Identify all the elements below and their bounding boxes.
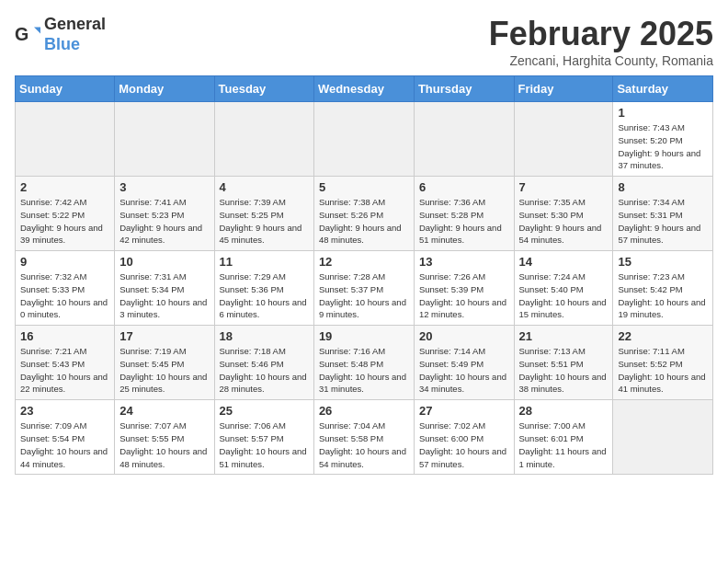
day-number: 26 <box>319 404 409 418</box>
day-info: Sunrise: 7:19 AM Sunset: 5:45 PM Dayligh… <box>119 346 207 394</box>
calendar-cell: 10Sunrise: 7:31 AM Sunset: 5:34 PM Dayli… <box>115 251 214 326</box>
day-number: 28 <box>519 404 609 418</box>
calendar-week-2: 2Sunrise: 7:42 AM Sunset: 5:22 PM Daylig… <box>16 177 713 251</box>
calendar-cell <box>414 102 514 177</box>
calendar-cell <box>115 102 214 177</box>
calendar-cell: 24Sunrise: 7:07 AM Sunset: 5:55 PM Dayli… <box>115 400 214 475</box>
calendar-header-row: SundayMondayTuesdayWednesdayThursdayFrid… <box>16 76 713 102</box>
day-number: 22 <box>618 329 708 343</box>
day-info: Sunrise: 7:16 AM Sunset: 5:48 PM Dayligh… <box>319 346 406 394</box>
calendar-cell <box>313 102 414 177</box>
day-info: Sunrise: 7:35 AM Sunset: 5:30 PM Dayligh… <box>519 197 602 245</box>
day-info: Sunrise: 7:11 AM Sunset: 5:52 PM Dayligh… <box>618 346 705 394</box>
calendar-cell <box>214 102 313 177</box>
location-subtitle: Zencani, Harghita County, Romania <box>489 53 713 68</box>
day-info: Sunrise: 7:26 AM Sunset: 5:39 PM Dayligh… <box>419 271 506 319</box>
logo-text: General Blue <box>44 15 106 54</box>
calendar-cell: 23Sunrise: 7:09 AM Sunset: 5:54 PM Dayli… <box>16 400 115 475</box>
day-info: Sunrise: 7:21 AM Sunset: 5:43 PM Dayligh… <box>20 346 108 394</box>
day-info: Sunrise: 7:04 AM Sunset: 5:58 PM Dayligh… <box>319 420 406 468</box>
day-number: 25 <box>220 404 309 418</box>
day-number: 10 <box>119 255 209 269</box>
calendar-week-5: 23Sunrise: 7:09 AM Sunset: 5:54 PM Dayli… <box>16 400 713 475</box>
calendar-cell: 19Sunrise: 7:16 AM Sunset: 5:48 PM Dayli… <box>313 326 414 400</box>
day-number: 23 <box>20 404 109 418</box>
calendar-cell: 16Sunrise: 7:21 AM Sunset: 5:43 PM Dayli… <box>16 326 115 400</box>
day-header-wednesday: Wednesday <box>313 76 414 102</box>
day-number: 5 <box>319 180 409 194</box>
calendar-cell: 6Sunrise: 7:36 AM Sunset: 5:28 PM Daylig… <box>414 177 514 251</box>
day-info: Sunrise: 7:31 AM Sunset: 5:34 PM Dayligh… <box>119 271 207 319</box>
calendar-cell: 9Sunrise: 7:32 AM Sunset: 5:33 PM Daylig… <box>16 251 115 326</box>
page-header: G General Blue February 2025 Zencani, Ha… <box>15 15 713 68</box>
day-header-sunday: Sunday <box>16 76 115 102</box>
calendar-cell: 11Sunrise: 7:29 AM Sunset: 5:36 PM Dayli… <box>214 251 313 326</box>
calendar-cell: 28Sunrise: 7:00 AM Sunset: 6:01 PM Dayli… <box>514 400 613 475</box>
day-header-friday: Friday <box>514 76 613 102</box>
calendar-cell: 13Sunrise: 7:26 AM Sunset: 5:39 PM Dayli… <box>414 251 514 326</box>
logo-icon: G <box>15 22 40 48</box>
day-number: 20 <box>419 329 509 343</box>
day-info: Sunrise: 7:00 AM Sunset: 6:01 PM Dayligh… <box>519 420 607 468</box>
day-header-tuesday: Tuesday <box>214 76 313 102</box>
day-number: 17 <box>119 329 209 343</box>
calendar-cell: 14Sunrise: 7:24 AM Sunset: 5:40 PM Dayli… <box>514 251 613 326</box>
calendar-cell: 12Sunrise: 7:28 AM Sunset: 5:37 PM Dayli… <box>313 251 414 326</box>
day-number: 9 <box>20 255 109 269</box>
calendar-cell <box>613 400 713 475</box>
logo: G General Blue <box>15 15 106 54</box>
calendar-cell: 17Sunrise: 7:19 AM Sunset: 5:45 PM Dayli… <box>115 326 214 400</box>
day-info: Sunrise: 7:38 AM Sunset: 5:26 PM Dayligh… <box>319 197 402 245</box>
title-block: February 2025 Zencani, Harghita County, … <box>489 15 713 68</box>
svg-text:G: G <box>15 23 28 43</box>
day-info: Sunrise: 7:24 AM Sunset: 5:40 PM Dayligh… <box>519 271 607 319</box>
calendar-cell: 18Sunrise: 7:18 AM Sunset: 5:46 PM Dayli… <box>214 326 313 400</box>
calendar-cell: 20Sunrise: 7:14 AM Sunset: 5:49 PM Dayli… <box>414 326 514 400</box>
calendar-table: SundayMondayTuesdayWednesdayThursdayFrid… <box>15 75 713 475</box>
day-info: Sunrise: 7:41 AM Sunset: 5:23 PM Dayligh… <box>119 197 202 245</box>
day-number: 24 <box>119 404 209 418</box>
day-info: Sunrise: 7:14 AM Sunset: 5:49 PM Dayligh… <box>419 346 506 394</box>
calendar-week-1: 1Sunrise: 7:43 AM Sunset: 5:20 PM Daylig… <box>16 102 713 177</box>
calendar-cell: 26Sunrise: 7:04 AM Sunset: 5:58 PM Dayli… <box>313 400 414 475</box>
day-header-saturday: Saturday <box>613 76 713 102</box>
day-info: Sunrise: 7:43 AM Sunset: 5:20 PM Dayligh… <box>618 122 700 170</box>
day-info: Sunrise: 7:32 AM Sunset: 5:33 PM Dayligh… <box>20 271 108 319</box>
day-number: 11 <box>220 255 309 269</box>
month-title: February 2025 <box>489 15 713 53</box>
calendar-cell: 5Sunrise: 7:38 AM Sunset: 5:26 PM Daylig… <box>313 177 414 251</box>
day-number: 3 <box>119 180 209 194</box>
svg-marker-1 <box>34 27 40 33</box>
calendar-cell: 27Sunrise: 7:02 AM Sunset: 6:00 PM Dayli… <box>414 400 514 475</box>
day-info: Sunrise: 7:13 AM Sunset: 5:51 PM Dayligh… <box>519 346 607 394</box>
day-info: Sunrise: 7:23 AM Sunset: 5:42 PM Dayligh… <box>618 271 705 319</box>
calendar-week-4: 16Sunrise: 7:21 AM Sunset: 5:43 PM Dayli… <box>16 326 713 400</box>
day-number: 6 <box>419 180 509 194</box>
day-number: 15 <box>618 255 708 269</box>
day-number: 7 <box>519 180 609 194</box>
calendar-week-3: 9Sunrise: 7:32 AM Sunset: 5:33 PM Daylig… <box>16 251 713 326</box>
calendar-cell: 2Sunrise: 7:42 AM Sunset: 5:22 PM Daylig… <box>16 177 115 251</box>
day-info: Sunrise: 7:42 AM Sunset: 5:22 PM Dayligh… <box>20 197 103 245</box>
day-info: Sunrise: 7:28 AM Sunset: 5:37 PM Dayligh… <box>319 271 406 319</box>
day-header-monday: Monday <box>115 76 214 102</box>
day-number: 4 <box>220 180 309 194</box>
day-info: Sunrise: 7:18 AM Sunset: 5:46 PM Dayligh… <box>220 346 307 394</box>
calendar-cell: 25Sunrise: 7:06 AM Sunset: 5:57 PM Dayli… <box>214 400 313 475</box>
day-info: Sunrise: 7:29 AM Sunset: 5:36 PM Dayligh… <box>220 271 307 319</box>
logo-general: General <box>44 15 106 33</box>
calendar-cell: 21Sunrise: 7:13 AM Sunset: 5:51 PM Dayli… <box>514 326 613 400</box>
day-info: Sunrise: 7:02 AM Sunset: 6:00 PM Dayligh… <box>419 420 506 468</box>
day-number: 12 <box>319 255 409 269</box>
calendar-cell: 8Sunrise: 7:34 AM Sunset: 5:31 PM Daylig… <box>613 177 713 251</box>
day-info: Sunrise: 7:34 AM Sunset: 5:31 PM Dayligh… <box>618 197 700 245</box>
day-number: 19 <box>319 329 409 343</box>
day-number: 27 <box>419 404 509 418</box>
day-info: Sunrise: 7:39 AM Sunset: 5:25 PM Dayligh… <box>220 197 302 245</box>
day-number: 16 <box>20 329 109 343</box>
day-info: Sunrise: 7:07 AM Sunset: 5:55 PM Dayligh… <box>119 420 207 468</box>
calendar-cell <box>16 102 115 177</box>
day-number: 8 <box>618 180 708 194</box>
day-number: 18 <box>220 329 309 343</box>
calendar-cell: 4Sunrise: 7:39 AM Sunset: 5:25 PM Daylig… <box>214 177 313 251</box>
